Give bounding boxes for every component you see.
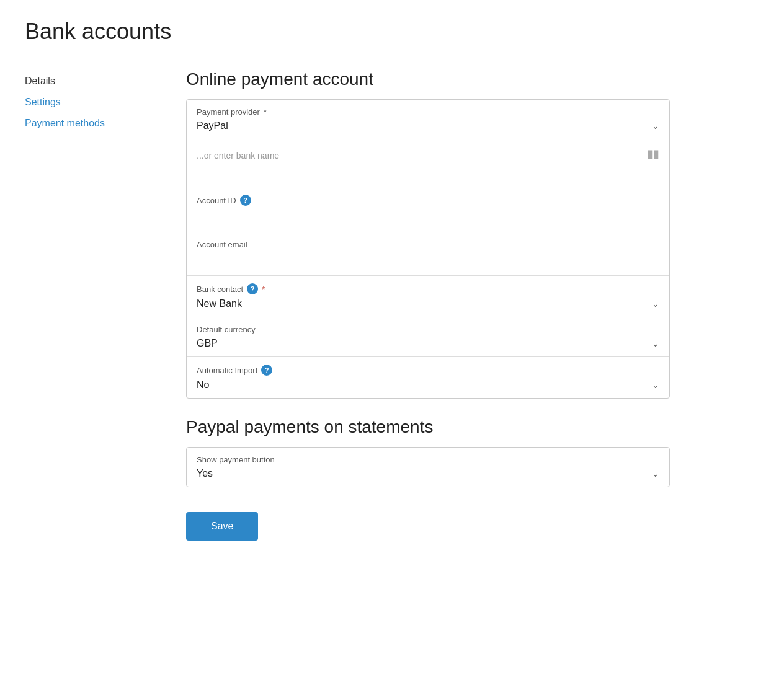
default-currency-label: Default currency xyxy=(197,325,659,334)
bank-contact-field[interactable]: Bank contact ? * New Bank ⌄ xyxy=(187,276,669,317)
bank-contact-help-icon[interactable]: ? xyxy=(247,283,258,294)
payment-provider-label: Payment provider * xyxy=(197,107,659,117)
paypal-payments-section-title: Paypal payments on statements xyxy=(186,417,670,437)
online-payment-section-title: Online payment account xyxy=(186,69,670,89)
payment-provider-chevron-icon: ⌄ xyxy=(652,121,659,131)
show-payment-button-chevron-icon: ⌄ xyxy=(652,469,659,479)
bank-contact-label: Bank contact ? * xyxy=(197,283,659,294)
account-email-value xyxy=(197,253,659,268)
show-payment-button-field[interactable]: Show payment button Yes ⌄ xyxy=(187,448,669,487)
automatic-import-field[interactable]: Automatic Import ? No ⌄ xyxy=(187,357,669,398)
account-id-help-icon[interactable]: ? xyxy=(240,195,251,206)
online-payment-form: Payment provider * PayPal ⌄ ...or enter … xyxy=(186,99,670,399)
bank-name-field[interactable]: ...or enter bank name ▮▮ xyxy=(187,139,669,187)
sidebar-item-payment-methods[interactable]: Payment methods xyxy=(25,118,161,129)
account-email-label: Account email xyxy=(197,240,659,249)
automatic-import-chevron-icon: ⌄ xyxy=(652,380,659,390)
automatic-import-label: Automatic Import ? xyxy=(197,365,659,376)
default-currency-chevron-icon: ⌄ xyxy=(652,338,659,348)
show-payment-button-value: Yes ⌄ xyxy=(197,468,659,479)
default-currency-field[interactable]: Default currency GBP ⌄ xyxy=(187,317,669,357)
paypal-payments-form: Show payment button Yes ⌄ xyxy=(186,447,670,487)
bank-contact-value: New Bank ⌄ xyxy=(197,298,659,309)
save-button[interactable]: Save xyxy=(186,512,258,541)
automatic-import-value: No ⌄ xyxy=(197,379,659,391)
sidebar: Details Settings Payment methods xyxy=(25,69,161,541)
account-id-label: Account ID ? xyxy=(197,195,659,206)
bank-name-label: ...or enter bank name ▮▮ xyxy=(197,147,659,161)
account-id-value xyxy=(197,210,659,224)
payment-provider-field[interactable]: Payment provider * PayPal ⌄ xyxy=(187,100,669,139)
default-currency-value: GBP ⌄ xyxy=(197,338,659,349)
sidebar-item-settings[interactable]: Settings xyxy=(25,97,161,108)
account-email-field[interactable]: Account email xyxy=(187,232,669,276)
page-title: Bank accounts xyxy=(25,19,759,45)
main-content: Online payment account Payment provider … xyxy=(186,69,670,541)
account-id-field[interactable]: Account ID ? xyxy=(187,187,669,232)
sidebar-item-details[interactable]: Details xyxy=(25,76,161,87)
bank-icon: ▮▮ xyxy=(647,147,659,161)
bank-contact-chevron-icon: ⌄ xyxy=(652,299,659,309)
payment-provider-value: PayPal ⌄ xyxy=(197,120,659,131)
automatic-import-help-icon[interactable]: ? xyxy=(261,365,272,376)
show-payment-button-label: Show payment button xyxy=(197,455,659,464)
